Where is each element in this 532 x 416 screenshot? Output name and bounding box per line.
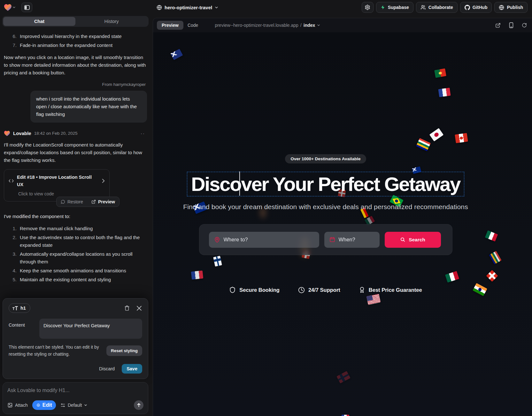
list-item: 3.Automatically expand/collapse location… — [4, 250, 147, 266]
hero-heading[interactable]: Discover Your Perfect Getaway — [187, 172, 464, 196]
tab-code[interactable]: Code — [188, 23, 198, 28]
feature-label: Secure Booking — [239, 287, 280, 293]
tab-chat[interactable]: Chat — [3, 17, 75, 26]
feature-label: Best Price Guarantee — [369, 287, 422, 293]
list-text: Remove the manual click handling — [20, 225, 93, 232]
settings-button[interactable] — [362, 2, 374, 13]
feature-label: 24/7 Support — [308, 287, 340, 293]
preview-toolbar: Preview Code preview--hero-optimizer-tra… — [153, 18, 532, 32]
project-name: hero-optimizer-travel — [165, 5, 212, 10]
refresh-icon[interactable] — [522, 23, 527, 28]
assistant-message-header: Lovable 18:42 on Feb 20, 2025 ·· — [4, 130, 147, 137]
list-text: Automatically expand/collapse locations … — [20, 250, 147, 266]
search-icon — [400, 237, 405, 242]
assistant-name: Lovable — [13, 130, 31, 137]
mode-label: Default — [68, 403, 82, 408]
list-text: Improved visual hierarchy in the expande… — [20, 33, 122, 40]
message-menu-icon[interactable]: ·· — [141, 130, 147, 137]
restore-label: Restore — [67, 198, 83, 205]
clock-icon — [298, 287, 305, 293]
preview-url[interactable]: preview--hero-optimizer-travel.lovable.a… — [215, 23, 320, 28]
chevron-down-icon — [317, 24, 320, 27]
target-icon — [36, 403, 41, 407]
calendar-icon — [329, 237, 335, 243]
send-button[interactable] — [134, 400, 143, 410]
restore-icon — [61, 200, 65, 204]
tab-preview[interactable]: Preview — [157, 21, 183, 30]
chevron-right-icon — [102, 179, 105, 183]
chevron-down-icon — [84, 404, 87, 407]
user-message-bubble: when i scroll into the individual locati… — [30, 91, 147, 123]
attach-button[interactable]: Attach — [7, 403, 28, 408]
mobile-view-icon[interactable] — [509, 22, 513, 28]
save-button[interactable]: Save — [122, 364, 142, 374]
list-item: 7. Fade-in animation for the expanded co… — [4, 41, 147, 50]
feature-secure-booking: Secure Booking — [229, 286, 280, 293]
lovable-logo-menu[interactable] — [4, 4, 16, 11]
topbar-actions: Supabase Collaborate GitHub Publish — [362, 2, 532, 13]
hero-subheading: Find and book your dream destination wit… — [183, 203, 468, 211]
chat-input-panel: Attach Edit Default — [3, 382, 148, 414]
top-bar: hero-optimizer-travel Supabase — [0, 0, 532, 15]
style-note: This element can't be styled. You can ed… — [9, 344, 103, 358]
list-item: 1.Remove the manual click handling — [4, 224, 147, 233]
edit-card-title: Edit #18 • Improve Location Scroll UX — [17, 174, 96, 188]
open-in-new-tab-icon[interactable] — [495, 23, 501, 28]
globe-icon — [499, 5, 504, 10]
usa-flag — [366, 294, 381, 305]
content-textarea[interactable]: Discover Your Perfect Getaway — [39, 319, 142, 339]
restore-button[interactable]: Restore — [57, 197, 87, 207]
collaborate-button[interactable]: Collaborate — [416, 2, 458, 13]
where-to-input[interactable] — [224, 237, 314, 243]
image-icon — [7, 403, 13, 408]
h1-selection-box[interactable]: Discover Your Perfect Getaway — [187, 172, 464, 196]
external-link-icon — [91, 200, 96, 204]
list-number: 4. — [11, 267, 17, 275]
assistant-paragraph: Now when you click on a location image, … — [4, 54, 147, 77]
preview-panel: Preview Code preview--hero-optimizer-tra… — [153, 18, 532, 416]
sidebar-toggle-button[interactable] — [21, 3, 32, 12]
mode-selector[interactable]: Default — [60, 403, 87, 408]
chevron-down-icon — [215, 6, 218, 9]
shield-icon — [229, 286, 236, 293]
trash-icon[interactable] — [124, 305, 130, 311]
assistant-paragraph: I'll modify the LocationScroll component… — [4, 141, 147, 164]
when-field[interactable] — [324, 232, 380, 248]
users-icon — [420, 5, 426, 10]
destinations-badge: Over 1000+ Destinations Available — [285, 154, 366, 163]
publish-button[interactable]: Publish — [494, 2, 528, 13]
edit-card-subtitle: Click to view code — [18, 190, 105, 197]
feature-support: 24/7 Support — [298, 287, 340, 293]
reset-styling-button[interactable]: Reset styling — [106, 345, 142, 356]
arrow-up-icon — [137, 403, 141, 407]
preview-version-button[interactable]: Preview — [87, 197, 119, 207]
sidebar-tabs: Chat History — [2, 16, 149, 27]
element-tag-badge[interactable]: h1 — [9, 303, 30, 313]
edit-mode-button[interactable]: Edit — [32, 400, 56, 410]
supabase-button[interactable]: Supabase — [376, 2, 413, 13]
attach-label: Attach — [15, 403, 28, 408]
chat-input[interactable] — [7, 388, 143, 393]
when-input[interactable] — [339, 237, 374, 243]
content-label: Content — [9, 319, 25, 328]
feature-row: Secure Booking 24/7 Support — [229, 286, 422, 293]
list-item: 2.Use the activeIndex state to control b… — [4, 233, 147, 250]
site-viewport: Over 1000+ Destinations Available Discov… — [153, 32, 532, 416]
close-icon[interactable] — [137, 306, 142, 311]
steps-list: 1.Remove the manual click handling 2.Use… — [4, 224, 147, 284]
list-text: Keep the same smooth animations and tran… — [20, 267, 126, 275]
project-switcher[interactable]: hero-optimizer-travel — [157, 5, 218, 10]
supabase-label: Supabase — [388, 5, 409, 10]
gear-icon — [365, 4, 370, 10]
where-to-field[interactable] — [209, 232, 319, 248]
tab-history[interactable]: History — [75, 17, 148, 26]
code-icon — [9, 179, 14, 183]
discard-button[interactable]: Discard — [99, 366, 115, 371]
github-label: GitHub — [473, 5, 488, 10]
list-text: Fade-in animation for the expanded conte… — [20, 42, 112, 49]
version-actions: Restore Preview — [56, 197, 120, 207]
search-button[interactable]: Search — [385, 232, 441, 248]
github-button[interactable]: GitHub — [460, 2, 492, 13]
text-caret — [239, 171, 240, 196]
search-bar: Search — [199, 224, 452, 255]
